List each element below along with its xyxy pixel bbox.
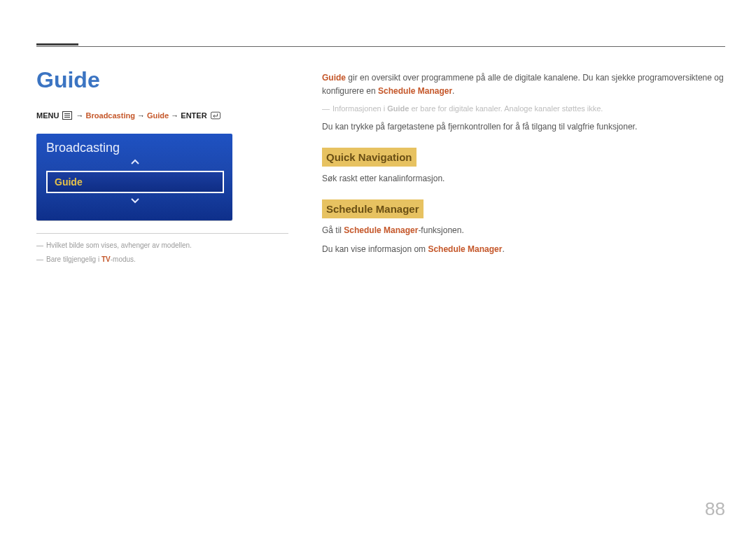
footnote-model: ―Hvilket bilde som vises, avhenger av mo… bbox=[36, 241, 288, 251]
left-column: Guide MENU → Broadcasting → Guide → ENTE… bbox=[36, 67, 288, 269]
section-sched-heading: Schedule Manager bbox=[322, 199, 424, 218]
osd-selected-item: Guide bbox=[46, 171, 224, 193]
menu-path-guide: Guide bbox=[147, 111, 169, 120]
note-digital: ―Informasjonen i Guide er bare for digit… bbox=[322, 103, 725, 115]
top-tab bbox=[36, 43, 78, 45]
sched-l1-post: -funksjonen. bbox=[418, 225, 463, 235]
menu-path-arrow-1: → bbox=[76, 111, 84, 120]
svg-rect-4 bbox=[211, 112, 220, 119]
section-quicknav-heading: Quick Navigation bbox=[322, 148, 416, 167]
remote-line: Du kan trykke på fargetastene på fjernko… bbox=[322, 120, 725, 134]
menu-path-menu: MENU bbox=[36, 111, 59, 120]
osd-title: Broadcasting bbox=[46, 141, 224, 155]
sched-l1-pre: Gå til bbox=[322, 225, 344, 235]
intro-sched-hl: Schedule Manager bbox=[378, 86, 452, 96]
footnote-tv-suf: -modus. bbox=[111, 255, 136, 263]
intro-paragraph: Guide gir en oversikt over programmene p… bbox=[322, 71, 725, 97]
footnote-tv: ―Bare tilgjengelig i TV-modus. bbox=[36, 255, 288, 265]
sched-line-2: Du kan vise informasjon om Schedule Mana… bbox=[322, 243, 725, 256]
menu-path: MENU → Broadcasting → Guide → ENTER bbox=[36, 110, 288, 122]
right-column: Guide gir en oversikt over programmene p… bbox=[322, 67, 725, 269]
sched-line-1: Gå til Schedule Manager-funksjonen. bbox=[322, 224, 725, 237]
sched-l2-pre: Du kan vise informasjon om bbox=[322, 244, 428, 254]
menu-path-arrow-3: → bbox=[171, 111, 178, 120]
footnote-tv-pre: Bare tilgjengelig i bbox=[46, 255, 102, 263]
page-title: Guide bbox=[36, 67, 288, 93]
footnote-tv-hl: TV bbox=[102, 255, 111, 263]
chevron-up-icon bbox=[46, 158, 224, 167]
page-number: 88 bbox=[705, 498, 725, 520]
note-digital-guide: Guide bbox=[387, 104, 409, 113]
chevron-down-icon bbox=[46, 197, 224, 206]
menu-path-enter: ENTER bbox=[181, 111, 206, 120]
sched-l1-hl: Schedule Manager bbox=[344, 225, 418, 235]
intro-period: . bbox=[452, 86, 454, 96]
sched-l2-post: . bbox=[502, 244, 504, 254]
footnote-divider bbox=[36, 233, 288, 234]
footnote-model-text: Hvilket bilde som vises, avhenger av mod… bbox=[46, 241, 192, 249]
intro-guide-hl: Guide bbox=[322, 73, 346, 83]
enter-icon bbox=[211, 111, 220, 122]
note-digital-pre: Informasjonen i bbox=[332, 104, 387, 113]
osd-panel: Broadcasting Guide bbox=[36, 134, 232, 220]
menu-path-arrow-2: → bbox=[137, 111, 145, 120]
top-rule bbox=[36, 46, 725, 47]
quicknav-body: Søk raskt etter kanalinformasjon. bbox=[322, 172, 725, 185]
sched-l2-hl: Schedule Manager bbox=[428, 244, 502, 254]
menu-path-broadcasting: Broadcasting bbox=[86, 111, 135, 120]
note-digital-suf: er bare for digitale kanaler. Analoge ka… bbox=[409, 104, 603, 113]
menu-icon bbox=[62, 111, 72, 122]
